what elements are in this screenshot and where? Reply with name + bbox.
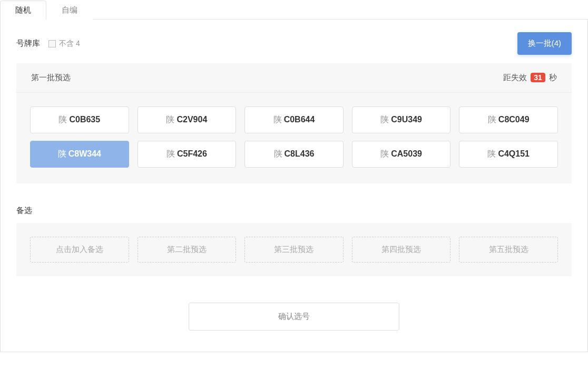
alt-slot[interactable]: 点击加入备选 <box>30 237 129 263</box>
tab-random[interactable]: 随机 <box>0 1 46 20</box>
alt-slot[interactable]: 第四批预选 <box>352 237 451 263</box>
checkbox-box-icon <box>48 40 56 47</box>
tab-custom[interactable]: 自编 <box>46 1 93 20</box>
countdown-value: 31 <box>531 73 545 82</box>
refresh-batch-button[interactable]: 换一批(4) <box>517 32 572 55</box>
plate-option[interactable]: 陕C4Q151 <box>459 141 558 168</box>
plate-code: C2V904 <box>177 115 207 124</box>
plate-option[interactable]: 陕CA5039 <box>352 141 451 168</box>
plate-option[interactable]: 陕C8W344 <box>30 141 129 168</box>
plate-option[interactable]: 陕C0B635 <box>30 106 129 133</box>
countdown: 距失效 31 秒 <box>503 73 557 83</box>
topbar: 号牌库 不含 4 换一批(4) <box>16 32 572 55</box>
batch-header: 第一批预选 距失效 31 秒 <box>16 63 572 93</box>
plate-province: 陕 <box>487 149 496 160</box>
plate-option[interactable]: 陕C0B644 <box>244 106 344 133</box>
plate-code: CA5039 <box>391 149 422 159</box>
tab-content: 号牌库 不含 4 换一批(4) 第一批预选 距失效 31 秒 陕C0B635陕C… <box>0 20 588 352</box>
batch-box: 第一批预选 距失效 31 秒 陕C0B635陕C2V904陕C0B644陕C9U… <box>16 63 572 183</box>
countdown-prefix: 距失效 <box>503 73 527 82</box>
plate-option[interactable]: 陕C5F426 <box>138 141 237 168</box>
alternatives-box: 点击加入备选第二批预选第三批预选第四批预选第五批预选 <box>16 223 572 276</box>
plate-option[interactable]: 陕C8L436 <box>244 141 344 168</box>
alt-slot[interactable]: 第五批预选 <box>459 237 558 263</box>
alternatives-title: 备选 <box>16 206 572 216</box>
plate-code: C9U349 <box>391 115 422 124</box>
plate-code: C8W344 <box>68 149 101 159</box>
plates-grid: 陕C0B635陕C2V904陕C0B644陕C9U349陕C8C049陕C8W3… <box>16 93 572 183</box>
plate-code: C4Q151 <box>498 149 530 159</box>
plate-province: 陕 <box>166 114 174 125</box>
plate-code: C0B644 <box>284 115 315 124</box>
pool-label: 号牌库 <box>16 38 40 49</box>
exclude4-checkbox[interactable]: 不含 4 <box>48 39 80 49</box>
plate-code: C8L436 <box>285 149 315 159</box>
plate-province: 陕 <box>273 114 282 125</box>
plate-province: 陕 <box>166 149 175 160</box>
plate-code: C0B635 <box>69 115 100 124</box>
plate-code: C5F426 <box>177 149 207 159</box>
alt-slot[interactable]: 第三批预选 <box>244 237 344 263</box>
plate-province: 陕 <box>380 114 389 125</box>
plate-option[interactable]: 陕C9U349 <box>352 106 451 133</box>
batch-title: 第一批预选 <box>31 73 71 83</box>
plate-province: 陕 <box>488 114 496 125</box>
plate-province: 陕 <box>380 149 389 160</box>
confirm-button[interactable]: 确认选号 <box>189 303 399 331</box>
tabs: 随机 自编 <box>0 0 588 20</box>
plate-province: 陕 <box>58 114 67 125</box>
plate-province: 陕 <box>58 149 66 160</box>
plate-code: C8C049 <box>498 115 530 124</box>
plate-province: 陕 <box>274 149 282 160</box>
countdown-suffix: 秒 <box>549 73 557 82</box>
plate-option[interactable]: 陕C8C049 <box>459 106 558 133</box>
alt-slot[interactable]: 第二批预选 <box>138 237 237 263</box>
plate-option[interactable]: 陕C2V904 <box>138 106 237 133</box>
exclude4-label: 不含 4 <box>59 39 80 49</box>
